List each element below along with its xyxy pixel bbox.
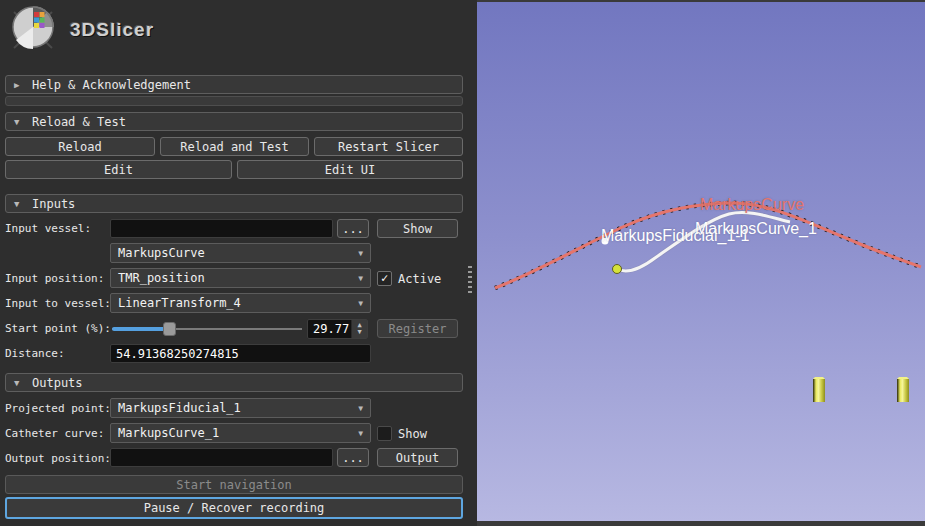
- output-position-field[interactable]: [110, 448, 333, 467]
- vessel-node-value: MarkupsCurve: [118, 246, 205, 260]
- chevron-down-icon: ▼: [358, 404, 363, 413]
- 3d-view[interactable]: MarkupsCurve MarkupsFiducial_1-1 Markups…: [477, 0, 925, 526]
- panel-splitter[interactable]: [465, 0, 477, 526]
- input-to-vessel-combobox[interactable]: LinearTransform_4 ▼: [110, 293, 371, 313]
- section-help-label: Help & Acknowledgement: [32, 78, 191, 92]
- input-to-vessel-value: LinearTransform_4: [118, 296, 241, 310]
- 3d-scene: [477, 0, 925, 526]
- pause-recover-recording-button[interactable]: Pause / Recover recording: [5, 497, 463, 519]
- catheter-curve-value: MarkupsCurve_1: [118, 426, 219, 440]
- start-point-value: 29.77: [308, 320, 351, 338]
- catheter-curve-combobox[interactable]: MarkupsCurve_1 ▼: [110, 423, 371, 443]
- input-position-value: TMR_position: [118, 271, 205, 285]
- register-button[interactable]: Register: [377, 319, 458, 338]
- restart-slicer-button[interactable]: Restart Slicer: [314, 137, 463, 156]
- slider-fill: [112, 327, 169, 331]
- markups-curve-red: [495, 203, 921, 288]
- start-point-label: Start point (%):: [5, 319, 111, 339]
- projected-point-combobox[interactable]: MarkupsFiducial_1 ▼: [110, 398, 371, 418]
- reload-button[interactable]: Reload: [5, 137, 155, 156]
- logo-row: 3DSlicer: [10, 4, 154, 56]
- chevron-right-icon: ▶: [14, 80, 24, 90]
- section-reload-label: Reload & Test: [32, 115, 126, 129]
- distance-label: Distance:: [5, 344, 65, 364]
- fiducial-point-yellow: [613, 265, 622, 274]
- splitter-grip-icon[interactable]: [468, 266, 472, 294]
- section-outputs-label: Outputs: [32, 376, 83, 390]
- edit-ui-button[interactable]: Edit UI: [237, 160, 463, 179]
- chevron-down-icon: ▼: [14, 199, 24, 209]
- slicer-logo-icon: [10, 4, 56, 56]
- input-vessel-show-button[interactable]: Show: [377, 219, 458, 238]
- chevron-down-icon: ▼: [14, 378, 24, 388]
- app-title: 3DSlicer: [70, 19, 154, 41]
- active-checkbox[interactable]: ✓: [377, 271, 392, 286]
- cylinder-right: [897, 377, 909, 402]
- chevron-down-icon: ▼: [358, 299, 363, 308]
- output-position-label: Output position:: [5, 449, 111, 469]
- projected-point-label: Projected point:: [5, 399, 111, 419]
- input-vessel-label: Input vessel:: [5, 219, 91, 239]
- vessel-node-combobox[interactable]: MarkupsCurve ▼: [110, 243, 371, 263]
- input-position-label: Input position:: [5, 269, 104, 289]
- chevron-down-icon: ▼: [358, 249, 363, 258]
- section-outputs[interactable]: ▼ Outputs: [5, 373, 463, 392]
- markups-curve-label: MarkupsCurve: [700, 196, 804, 214]
- projected-point-value: MarkupsFiducial_1: [118, 401, 241, 415]
- chevron-down-icon: ▼: [358, 274, 363, 283]
- input-vessel-field[interactable]: [110, 219, 333, 238]
- markups-curve-1-label: MarkupsCurve_1: [695, 220, 817, 238]
- slicer-window: 3DSlicer ▶ Help & Acknowledgement ▼ Relo…: [0, 0, 925, 526]
- spin-down-icon[interactable]: ▼: [357, 329, 361, 336]
- edit-button[interactable]: Edit: [5, 160, 232, 179]
- start-point-spinbox[interactable]: 29.77 ▲ ▼: [307, 319, 368, 339]
- section-inputs[interactable]: ▼ Inputs: [5, 194, 463, 213]
- start-point-slider[interactable]: [112, 322, 302, 336]
- distance-field[interactable]: 54.91368250274815: [110, 344, 371, 363]
- start-navigation-button[interactable]: Start navigation: [5, 475, 463, 494]
- reload-and-test-button[interactable]: Reload and Test: [160, 137, 309, 156]
- cylinder-left: [813, 377, 825, 402]
- output-position-browse-button[interactable]: ...: [337, 448, 369, 467]
- module-panel: 3DSlicer ▶ Help & Acknowledgement ▼ Relo…: [0, 0, 477, 526]
- section-reload-test[interactable]: ▼ Reload & Test: [5, 112, 463, 131]
- show-checkbox-label: Show: [398, 427, 427, 441]
- input-position-combobox[interactable]: TMR_position ▼: [110, 268, 371, 288]
- section-inputs-label: Inputs: [32, 197, 75, 211]
- active-checkbox-label: Active: [398, 272, 441, 286]
- output-button[interactable]: Output: [377, 448, 458, 467]
- spinbox-arrows[interactable]: ▲ ▼: [351, 320, 367, 338]
- input-to-vessel-label: Input to vessel:: [5, 294, 111, 314]
- collapsed-frame: [5, 96, 463, 106]
- chevron-down-icon: ▼: [358, 429, 363, 438]
- chevron-down-icon: ▼: [14, 117, 24, 127]
- catheter-curve-label: Catheter curve:: [5, 424, 104, 444]
- show-checkbox[interactable]: [377, 426, 392, 441]
- input-vessel-browse-button[interactable]: ...: [337, 219, 369, 238]
- slider-handle[interactable]: [163, 322, 176, 336]
- section-help-acknowledgement[interactable]: ▶ Help & Acknowledgement: [5, 75, 463, 94]
